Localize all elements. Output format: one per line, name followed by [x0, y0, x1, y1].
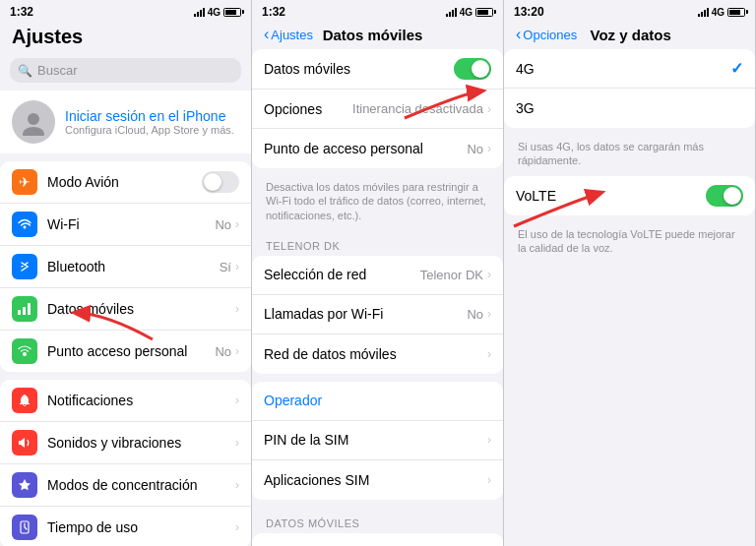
checkmark-4g: ✓: [730, 59, 743, 78]
settings-item-wifi[interactable]: Wi-Fi No ›: [0, 204, 251, 246]
chevron-seleccion-red: ›: [487, 268, 491, 281]
toggle-datos[interactable]: [454, 58, 491, 80]
list-section-volte: VoLTE: [504, 176, 755, 215]
list-item-periodo-actual[interactable]: Periodo actual 42,6 MB ›: [252, 533, 503, 546]
back-label-3: Opciones: [523, 28, 577, 42]
chevron-hotspot: ›: [235, 344, 239, 358]
list-item-red-datos[interactable]: Red de datos móviles ›: [252, 334, 503, 374]
user-info: Iniciar sesión en el iPhone Configura iC…: [65, 108, 234, 136]
settings-item-bluetooth[interactable]: Bluetooth Sí ›: [0, 246, 251, 288]
section-telenor: TELENOR DK: [252, 230, 503, 256]
label-apps-sim: Aplicaciones SIM: [264, 472, 487, 488]
toggle-airplane[interactable]: [202, 171, 239, 193]
chevron-hotspot2: ›: [487, 142, 491, 155]
user-profile[interactable]: Iniciar sesión en el iPhone Configura iC…: [0, 91, 251, 153]
back-button-3[interactable]: ‹ Opciones: [516, 26, 577, 43]
list-item-apps-sim[interactable]: Aplicaciones SIM ›: [252, 460, 503, 500]
settings-item-hotspot[interactable]: Punto acceso personal No ›: [0, 331, 251, 372]
airplane-icon: ✈: [12, 169, 37, 195]
list-item-3g[interactable]: 3G: [504, 89, 755, 128]
value-bluetooth: Sí: [220, 260, 231, 274]
label-volte: VoLTE: [516, 188, 706, 204]
settings-item-screentime[interactable]: Tiempo de uso ›: [0, 507, 251, 546]
chevron-datos-moviles: ›: [235, 302, 239, 316]
settings-item-airplane[interactable]: ✈ Modo Avión: [0, 161, 251, 204]
panel1-content: Iniciar sesión en el iPhone Configura iC…: [0, 91, 251, 546]
notice-4g: Si usas 4G, los datos se cargarán más rá…: [504, 136, 755, 176]
label-bluetooth: Bluetooth: [47, 259, 220, 274]
value-llamadas-wifi: No: [467, 307, 483, 322]
chevron-focus: ›: [235, 478, 239, 492]
nav-bar-2: ‹ Ajustes Datos móviles: [252, 22, 503, 49]
chevron-sounds: ›: [235, 436, 239, 450]
status-icons-1: 4G: [194, 7, 241, 18]
time-2: 1:32: [262, 5, 285, 19]
svg-rect-2: [18, 310, 21, 315]
focus-icon: [12, 472, 37, 498]
panel-voz-datos: 13:20 4G ‹ Opciones Voz y datos 4G: [504, 0, 756, 546]
svg-rect-3: [23, 307, 26, 315]
time-1: 1:32: [10, 5, 33, 19]
status-bar-3: 13:20 4G: [504, 0, 755, 22]
svg-point-5: [23, 352, 27, 356]
status-icons-2: 4G: [446, 7, 493, 18]
search-icon: 🔍: [18, 64, 32, 78]
list-item-opciones[interactable]: Opciones Itinerancia desactivada ›: [252, 90, 503, 129]
chevron-notif: ›: [235, 394, 239, 407]
network-type-3: 4G: [712, 7, 724, 18]
operador-link[interactable]: Operador: [264, 393, 322, 408]
screentime-icon: [12, 515, 37, 540]
settings-item-sounds[interactable]: Sonidos y vibraciones ›: [0, 422, 251, 464]
list-item-llamadas-wifi[interactable]: Llamadas por Wi-Fi No ›: [252, 295, 503, 334]
list-item-seleccion-red[interactable]: Selección de red Telenor DK ›: [252, 256, 503, 295]
nav-bar-3: ‹ Opciones Voz y datos: [504, 22, 755, 49]
chevron-screentime: ›: [235, 520, 239, 534]
settings-item-focus[interactable]: Modos de concentración ›: [0, 464, 251, 507]
list-item-4g[interactable]: 4G ✓: [504, 49, 755, 89]
network-type-1: 4G: [208, 7, 220, 18]
list-item-pin-sim[interactable]: PIN de la SIM ›: [252, 421, 503, 460]
hotspot-icon: [12, 338, 37, 364]
battery-icon-3: [727, 8, 745, 17]
nav-title-3: Voz y datos: [577, 27, 684, 43]
toggle-volte[interactable]: [706, 185, 743, 207]
list-item-operador-link[interactable]: Operador: [252, 382, 503, 421]
user-sub: Configura iCloud, App Store y más.: [65, 124, 234, 136]
bluetooth-icon: [12, 254, 37, 279]
notice-datos: Desactiva los datos móviles para restrin…: [252, 176, 503, 230]
label-hotspot: Punto acceso personal: [47, 343, 215, 359]
back-chevron-3: ‹: [516, 26, 521, 43]
label-screentime: Tiempo de uso: [47, 519, 235, 535]
battery-icon-2: [475, 8, 493, 17]
back-button-2[interactable]: ‹ Ajustes: [264, 26, 313, 43]
list-item-hotspot2[interactable]: Punto de acceso personal No ›: [252, 129, 503, 168]
network-type-2: 4G: [460, 7, 472, 18]
svg-rect-4: [28, 303, 31, 315]
list-section-telenor: Selección de red Telenor DK › Llamadas p…: [252, 256, 503, 374]
label-red-datos: Red de datos móviles: [264, 346, 487, 362]
search-bar[interactable]: 🔍 Buscar: [10, 58, 241, 83]
settings-group-1: ✈ Modo Avión Wi-Fi No › Bluetooth Sí: [0, 161, 251, 372]
chevron-bluetooth: ›: [235, 260, 239, 273]
list-item-datos-toggle[interactable]: Datos móviles: [252, 49, 503, 90]
settings-group-2: Notificaciones › Sonidos y vibraciones ›…: [0, 380, 251, 546]
value-opciones: Itinerancia desactivada: [352, 101, 483, 116]
svg-point-1: [23, 127, 44, 136]
panel-datos-moviles: 1:32 4G ‹ Ajustes Datos móviles Datos: [252, 0, 504, 546]
chevron-wifi: ›: [235, 217, 239, 231]
settings-item-notif[interactable]: Notificaciones ›: [0, 380, 251, 422]
list-section-top: Datos móviles Opciones Itinerancia desac…: [252, 49, 503, 168]
list-section-datos-bottom: Periodo actual 42,6 MB › Periodo actual …: [252, 533, 503, 546]
search-placeholder: Buscar: [37, 63, 77, 78]
svg-point-0: [28, 113, 39, 125]
label-airplane: Modo Avión: [47, 174, 202, 190]
status-icons-3: 4G: [698, 7, 745, 18]
datos-moviles-icon: [12, 296, 37, 322]
settings-item-datos-moviles[interactable]: Datos móviles ›: [0, 288, 251, 331]
chevron-opciones: ›: [487, 102, 491, 116]
nav-bar-1: Ajustes: [0, 22, 251, 54]
list-item-volte[interactable]: VoLTE: [504, 176, 755, 215]
page-title-1: Ajustes: [12, 26, 239, 48]
value-hotspot: No: [215, 344, 231, 359]
label-pin-sim: PIN de la SIM: [264, 432, 487, 448]
